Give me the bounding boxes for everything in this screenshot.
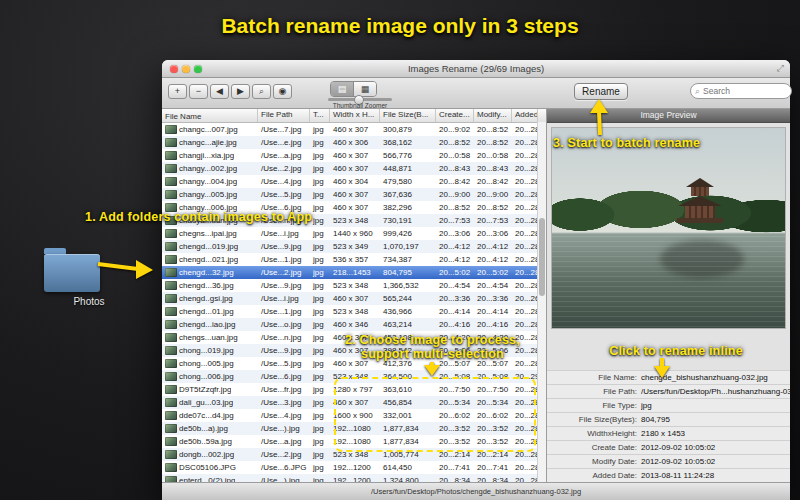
cell-type: jpg [310, 346, 330, 355]
cell-dims: 523 x 348 [330, 307, 380, 316]
field-value[interactable]: 2013-08-11 11:24:28 [641, 471, 790, 480]
add-button[interactable]: + [168, 84, 187, 99]
cell-type: jpg [310, 385, 330, 394]
cell-modify: 20...5:02 [474, 268, 512, 277]
preview-field-row[interactable]: Create Date:2012-09-02 10:05:02 [547, 440, 790, 454]
field-label: File Size(Bytes): [547, 415, 641, 424]
file-name: enterd...0(2).jpg [179, 476, 235, 482]
field-value[interactable]: 2012-09-02 10:05:02 [641, 457, 790, 466]
table-row[interactable]: changy...005.jpg/Use...5.jpgjpg460 x 307… [162, 188, 546, 201]
cell-dims: 1440 x 960 [330, 229, 380, 238]
cell-size: 999,426 [380, 229, 436, 238]
cell-type: jpg [310, 333, 330, 342]
table-row[interactable]: chengd...021.jpg/Use...1.jpgjpg536 x 357… [162, 253, 546, 266]
column-header[interactable]: File Path [258, 109, 310, 122]
field-value[interactable]: 804,795 [641, 415, 790, 424]
field-value[interactable]: /Users/fun/Desktop/Ph...hushanzhuang-032… [641, 387, 790, 396]
table-row[interactable]: chengd...019.jpg/Use...9.jpgjpg523 x 349… [162, 240, 546, 253]
field-label: Create Date: [547, 443, 641, 452]
preview-fields: File Name:chengde_bishushanzhuang-032.jp… [547, 370, 790, 482]
scrollbar-thumb[interactable] [539, 218, 545, 296]
preview-field-row[interactable]: File Path:/Users/fun/Desktop/Ph...hushan… [547, 384, 790, 398]
file-name: DSC05106.JPG [179, 463, 236, 472]
search-icon: ⌕ [695, 85, 700, 97]
field-value[interactable]: 2180 x 1453 [641, 429, 790, 438]
file-thumbnail [165, 242, 177, 251]
back-button[interactable]: ◀ [210, 84, 229, 99]
preview-field-row[interactable]: Modify Date:2012-09-02 10:05:02 [547, 454, 790, 468]
cell-type: jpg [310, 476, 330, 482]
field-value[interactable]: jpg [641, 401, 790, 410]
column-header[interactable]: T... [310, 109, 330, 122]
table-row[interactable]: chengd...iao.jpg/Use...o.jpgjpg460 x 346… [162, 318, 546, 331]
column-header[interactable]: Create... [436, 109, 474, 122]
table-row[interactable]: changc...007.jpg/Use...7.jpgjpg460 x 307… [162, 123, 546, 136]
search-field[interactable]: ⌕ [690, 83, 792, 99]
cell-type: jpg [310, 437, 330, 446]
file-thumbnail [165, 385, 177, 394]
column-header[interactable]: File Size(B... [380, 109, 436, 122]
table-row[interactable]: chengd...01.jpg/Use...1.jpgjpg523 x 3484… [162, 305, 546, 318]
list-view-segment[interactable]: ▤ [331, 82, 353, 96]
remove-button[interactable]: − [189, 84, 208, 99]
desktop-folder[interactable]: Photos [44, 248, 100, 307]
file-name: changji...xia.jpg [179, 151, 234, 160]
table-row[interactable]: changc...ajie.jpg/Use...e.jpgjpg460 x 30… [162, 136, 546, 149]
cell-dims: 218...1453 [330, 268, 380, 277]
rename-button[interactable]: Rename [574, 83, 628, 100]
file-name: chengd...iao.jpg [179, 320, 236, 329]
cell-modify: 20...3:36 [474, 294, 512, 303]
file-name: changc...007.jpg [179, 125, 238, 134]
cell-path: /Use...1.jpg [258, 255, 310, 264]
cell-path: /Use...2.jpg [258, 450, 310, 459]
preview-button[interactable]: ◉ [273, 84, 292, 99]
cell-added: 20...28 [512, 190, 538, 199]
annotation-step3: 3. Start to batch rename [553, 136, 723, 150]
file-name: chengd...01.jpg [179, 307, 234, 316]
preview-field-row[interactable]: Added Date:2013-08-11 11:24:28 [547, 468, 790, 482]
cell-type: jpg [310, 190, 330, 199]
cell-dims: 460 x 307 [330, 294, 380, 303]
vertical-scrollbar[interactable] [537, 122, 546, 482]
column-header[interactable]: Added... [512, 109, 538, 122]
file-name: dongb...002.jpg [179, 450, 234, 459]
cell-type: jpg [310, 177, 330, 186]
table-row[interactable]: DSC05106.JPG/Use...6.JPGjpg192...1200614… [162, 461, 546, 474]
field-label: Modify Date: [547, 457, 641, 466]
table-row[interactable]: enterd...0(2).jpg/Use...).jpgjpg192...12… [162, 474, 546, 482]
file-name: chong...005.jpg [179, 359, 234, 368]
fullscreen-icon[interactable]: ⤢ [777, 63, 784, 74]
cell-dims: 460 x 304 [330, 177, 380, 186]
file-thumbnail [165, 320, 177, 329]
title-bar[interactable]: Images Rename (29/69 Images) ⤢ [162, 60, 790, 78]
table-row[interactable]: chengd...32.jpg/Use...2.jpgjpg218...1453… [162, 266, 546, 279]
column-header[interactable]: Modify... [474, 109, 512, 122]
search-input[interactable] [703, 86, 773, 96]
cell-added: 20...28 [512, 177, 538, 186]
file-thumbnail [165, 411, 177, 420]
table-row[interactable]: chengd..gsi.jpg/Use...i.jpgjpg460 x 3075… [162, 292, 546, 305]
preview-field-row[interactable]: File Type:jpg [547, 398, 790, 412]
forward-button[interactable]: ▶ [231, 84, 250, 99]
field-value[interactable]: 2012-09-02 10:05:02 [641, 443, 790, 452]
column-header[interactable]: Width x H... [330, 109, 380, 122]
grid-view-segment[interactable]: ▦ [353, 82, 376, 96]
preview-field-row[interactable]: WidthxHeight:2180 x 1453 [547, 426, 790, 440]
table-row[interactable]: chengd...36.jpg/Use...9.jpgjpg523 x 3481… [162, 279, 546, 292]
preview-field-row[interactable]: File Size(Bytes):804,795 [547, 412, 790, 426]
field-label: File Type: [547, 401, 641, 410]
file-thumbnail [165, 138, 177, 147]
table-row[interactable]: changy...004.jpg/Use...4.jpgjpg460 x 304… [162, 175, 546, 188]
cell-added: 20...28 [512, 320, 538, 329]
column-header[interactable]: File Name [162, 109, 258, 122]
cell-type: jpg [310, 255, 330, 264]
table-row[interactable]: changy...002.jpg/Use...2.jpgjpg460 x 307… [162, 162, 546, 175]
file-thumbnail [165, 398, 177, 407]
field-label: File Path: [547, 387, 641, 396]
cell-added: 20...28 [512, 476, 538, 482]
file-thumbnail [165, 177, 177, 186]
table-row[interactable]: chegns...ipai.jpg/Use...i.jpgjpg1440 x 9… [162, 227, 546, 240]
cell-added: 20...28 [512, 164, 538, 173]
table-row[interactable]: changji...xia.jpg/Use...a.jpgjpg460 x 30… [162, 149, 546, 162]
magnify-button[interactable]: ⌕ [252, 84, 271, 99]
